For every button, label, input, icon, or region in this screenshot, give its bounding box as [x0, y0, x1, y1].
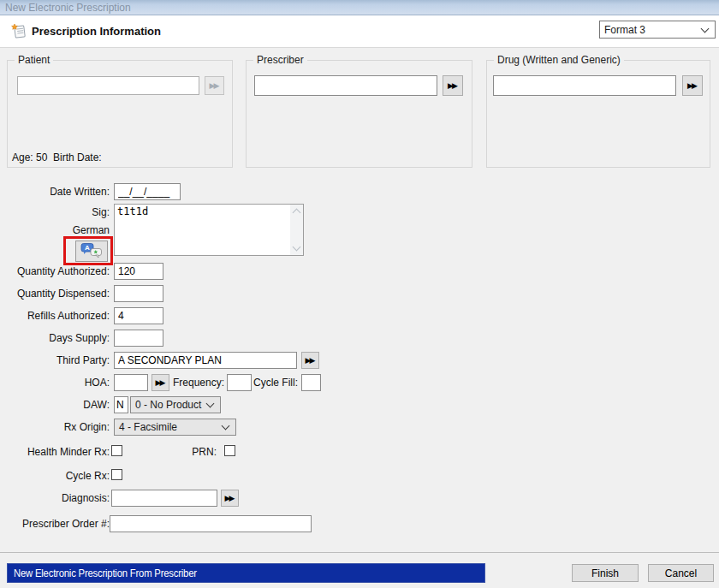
drug-search-input[interactable]	[493, 75, 676, 96]
sig-label: Sig:	[0, 206, 110, 218]
prescriber-order-label: Prescriber Order #:	[0, 518, 110, 530]
svg-text:A: A	[85, 244, 90, 252]
quantity-authorized-input[interactable]	[114, 263, 163, 280]
prescriber-order-input[interactable]	[110, 515, 312, 532]
scroll-down-icon[interactable]	[293, 243, 301, 252]
patient-birthdate-label: Birth Date:	[53, 151, 102, 163]
double-arrow-icon: ▶▶	[687, 81, 696, 90]
third-party-input[interactable]	[114, 352, 297, 369]
health-minder-rx-label: Health Minder Rx:	[0, 446, 110, 458]
sig-german-label: German	[0, 224, 110, 236]
quantity-dispensed-input[interactable]	[114, 285, 163, 302]
status-bar: New Electronic Prescription From Prescri…	[7, 563, 485, 583]
date-written-input[interactable]	[114, 183, 181, 200]
quantity-authorized-label: Quantity Authorized:	[0, 265, 110, 277]
double-arrow-icon: ▶▶	[306, 356, 314, 365]
translate-sig-button[interactable]: A	[75, 241, 108, 262]
days-supply-label: Days Supply:	[0, 332, 110, 344]
patient-lookup-button[interactable]: ▶▶	[205, 76, 224, 95]
diagnosis-input[interactable]	[111, 490, 217, 507]
footer-divider	[0, 552, 719, 553]
new-electronic-prescription-window: New Electronic Prescription Prescription…	[0, 0, 719, 588]
hoa-label: HOA:	[0, 377, 110, 389]
drug-lookup-button[interactable]: ▶▶	[682, 75, 703, 96]
page-header: Prescription Information Format 3	[0, 15, 719, 48]
chevron-down-icon	[206, 400, 215, 408]
daw-select[interactable]: 0 - No Product Se	[130, 396, 221, 413]
prn-checkbox[interactable]	[224, 445, 235, 456]
patient-age-label: Age: 50	[12, 151, 47, 163]
cycle-fill-input[interactable]	[301, 374, 321, 391]
refills-authorized-input[interactable]	[114, 307, 163, 324]
daw-code-input[interactable]	[114, 396, 128, 413]
drug-group-legend: Drug (Written and Generic)	[494, 54, 624, 66]
diagnosis-label: Diagnosis:	[0, 492, 110, 504]
days-supply-input[interactable]	[114, 330, 163, 347]
rx-origin-label: Rx Origin:	[0, 421, 110, 433]
translate-icon: A	[80, 242, 103, 261]
page-title: Prescription Information	[32, 25, 161, 38]
finish-button-label: Finish	[591, 567, 619, 579]
hoa-input[interactable]	[114, 374, 148, 391]
window-title: New Electronic Prescription	[5, 2, 131, 14]
prescriber-lookup-button[interactable]: ▶▶	[443, 75, 463, 96]
prescription-pad-icon	[10, 23, 27, 40]
prescriber-group-legend: Prescriber	[253, 54, 307, 66]
patient-group-legend: Patient	[15, 54, 53, 66]
window-titlebar[interactable]: New Electronic Prescription	[0, 0, 719, 15]
cycle-fill-label: Cycle Fill:	[247, 377, 298, 389]
chevron-down-icon	[222, 422, 230, 431]
patient-search-input[interactable]	[17, 76, 199, 95]
rx-origin-select[interactable]: 4 - Facsimile	[114, 419, 236, 436]
cancel-button-label: Cancel	[665, 567, 697, 579]
frequency-label: Frequency:	[154, 377, 224, 389]
scroll-up-icon[interactable]	[293, 209, 301, 217]
date-written-label: Date Written:	[0, 186, 110, 198]
sig-textarea[interactable]: t1t1d	[115, 205, 290, 255]
diagnosis-lookup-button[interactable]: ▶▶	[221, 490, 239, 507]
cancel-button[interactable]: Cancel	[648, 564, 714, 582]
status-bar-text: New Electronic Prescription From Prescri…	[14, 567, 197, 579]
refills-authorized-label: Refills Authorized:	[0, 310, 110, 322]
third-party-lookup-button[interactable]: ▶▶	[301, 352, 319, 369]
cycle-rx-checkbox[interactable]	[111, 469, 122, 480]
quantity-dispensed-label: Quantity Dispensed:	[0, 288, 110, 300]
prescriber-search-input[interactable]	[254, 75, 437, 96]
finish-button[interactable]: Finish	[572, 564, 639, 582]
prn-label: PRN:	[171, 446, 217, 458]
format-select-value: Format 3	[600, 24, 698, 36]
sig-scrollbar[interactable]	[290, 205, 303, 255]
sig-textarea-frame: t1t1d	[114, 204, 304, 256]
daw-label: DAW:	[0, 399, 110, 411]
rx-origin-select-value: 4 - Facsimile	[115, 421, 219, 433]
health-minder-rx-checkbox[interactable]	[111, 445, 122, 456]
cycle-rx-label: Cycle Rx:	[0, 470, 110, 482]
double-arrow-icon: ▶▶	[225, 494, 234, 502]
double-arrow-icon: ▶▶	[210, 81, 218, 90]
chevron-down-icon	[701, 24, 710, 33]
format-select[interactable]: Format 3	[599, 21, 716, 39]
double-arrow-icon: ▶▶	[448, 81, 456, 90]
daw-select-value: 0 - No Product Se	[131, 399, 204, 411]
third-party-label: Third Party:	[0, 354, 110, 366]
